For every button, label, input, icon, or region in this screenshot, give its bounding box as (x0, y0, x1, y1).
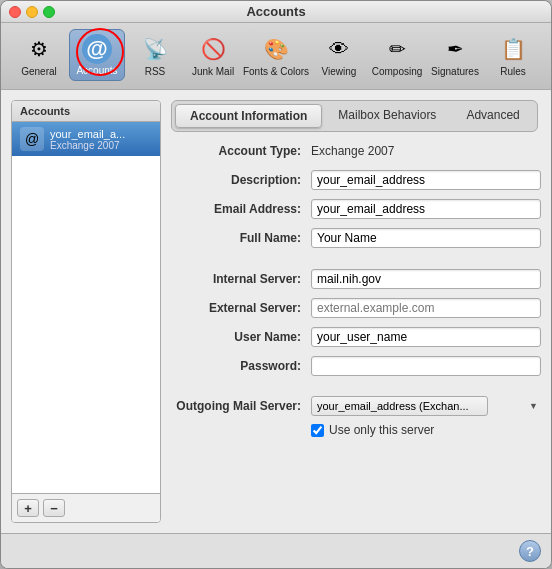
sidebar-header: Accounts (12, 101, 160, 122)
toolbar-label-composing: Composing (372, 66, 423, 77)
remove-account-button[interactable]: − (43, 499, 65, 517)
sidebar-footer: + − (12, 493, 160, 522)
form-row-external-server: External Server: (171, 297, 541, 319)
tab-bar: Account Information Mailbox Behaviors Ad… (171, 100, 538, 132)
sidebar: Accounts @ your_email_a... Exchange 2007… (11, 100, 161, 523)
input-username[interactable] (311, 327, 541, 347)
main-content: Accounts @ your_email_a... Exchange 2007… (1, 90, 551, 533)
close-button[interactable] (9, 6, 21, 18)
checkbox-row-use-only: Use only this server (311, 423, 541, 437)
signatures-icon: ✒ (439, 33, 471, 65)
label-use-only-server: Use only this server (329, 423, 434, 437)
general-icon: ⚙ (23, 33, 55, 65)
tab-advanced[interactable]: Advanced (452, 104, 533, 128)
input-external-server[interactable] (311, 298, 541, 318)
outgoing-select-wrapper: your_email_address (Exchan... ▼ (311, 396, 541, 416)
value-account-type: Exchange 2007 (311, 144, 394, 158)
form-row-fullname: Full Name: (171, 227, 541, 249)
toolbar-label-fontscolors: Fonts & Colors (243, 66, 309, 77)
form-row-internal-server: Internal Server: (171, 268, 541, 290)
select-arrow-icon: ▼ (529, 401, 538, 411)
label-external-server: External Server: (171, 301, 311, 315)
toolbar-label-rss: RSS (145, 66, 166, 77)
titlebar: Accounts (1, 1, 551, 23)
bottom-bar: ? (1, 533, 551, 568)
form-divider-2 (171, 384, 541, 396)
checkbox-use-only-server[interactable] (311, 424, 324, 437)
tab-account-information[interactable]: Account Information (175, 104, 322, 128)
maximize-button[interactable] (43, 6, 55, 18)
window-title: Accounts (246, 4, 305, 19)
toolbar-item-rules[interactable]: 📋 Rules (485, 29, 541, 81)
toolbar-label-viewing: Viewing (322, 66, 357, 77)
label-email: Email Address: (171, 202, 311, 216)
junkmail-icon: 🚫 (197, 33, 229, 65)
form-row-outgoing: Outgoing Mail Server: your_email_address… (171, 396, 541, 416)
right-panel: Account Information Mailbox Behaviors Ad… (171, 100, 541, 523)
form-row-username: User Name: (171, 326, 541, 348)
form-row-email: Email Address: (171, 198, 541, 220)
accounts-icon: @ (82, 34, 112, 64)
minimize-button[interactable] (26, 6, 38, 18)
fontscolors-icon: 🎨 (260, 33, 292, 65)
input-fullname[interactable] (311, 228, 541, 248)
sidebar-item-email: your_email_a... (50, 128, 125, 140)
rss-icon: 📡 (139, 33, 171, 65)
help-button[interactable]: ? (519, 540, 541, 562)
toolbar-label-rules: Rules (500, 66, 526, 77)
toolbar: ⚙ General @ Accounts 📡 RSS 🚫 Junk Mail 🎨… (1, 23, 551, 90)
window: Accounts ⚙ General @ Accounts 📡 RSS 🚫 Ju… (0, 0, 552, 569)
toolbar-label-signatures: Signatures (431, 66, 479, 77)
composing-icon: ✏ (381, 33, 413, 65)
toolbar-item-general[interactable]: ⚙ General (11, 29, 67, 81)
toolbar-item-rss[interactable]: 📡 RSS (127, 29, 183, 81)
viewing-icon: 👁 (323, 33, 355, 65)
label-account-type: Account Type: (171, 144, 311, 158)
toolbar-item-accounts[interactable]: @ Accounts (69, 29, 125, 81)
form-row-account-type: Account Type: Exchange 2007 (171, 140, 541, 162)
toolbar-item-viewing[interactable]: 👁 Viewing (311, 29, 367, 81)
sidebar-item-info: your_email_a... Exchange 2007 (50, 128, 125, 151)
sidebar-item-account[interactable]: @ your_email_a... Exchange 2007 (12, 122, 160, 156)
account-icon: @ (20, 127, 44, 151)
input-email[interactable] (311, 199, 541, 219)
form-divider (171, 256, 541, 268)
form-row-description: Description: (171, 169, 541, 191)
label-username: User Name: (171, 330, 311, 344)
traffic-lights (9, 6, 55, 18)
input-internal-server[interactable] (311, 269, 541, 289)
form-area: Account Type: Exchange 2007 Description:… (171, 140, 541, 523)
tab-mailbox-behaviors[interactable]: Mailbox Behaviors (324, 104, 450, 128)
label-outgoing: Outgoing Mail Server: (171, 399, 311, 413)
toolbar-item-junkmail[interactable]: 🚫 Junk Mail (185, 29, 241, 81)
form-row-password: Password: (171, 355, 541, 377)
toolbar-item-composing[interactable]: ✏ Composing (369, 29, 425, 81)
rules-icon: 📋 (497, 33, 529, 65)
toolbar-label-junkmail: Junk Mail (192, 66, 234, 77)
input-password[interactable] (311, 356, 541, 376)
add-account-button[interactable]: + (17, 499, 39, 517)
input-description[interactable] (311, 170, 541, 190)
label-password: Password: (171, 359, 311, 373)
label-fullname: Full Name: (171, 231, 311, 245)
toolbar-item-signatures[interactable]: ✒ Signatures (427, 29, 483, 81)
toolbar-item-fontscolors[interactable]: 🎨 Fonts & Colors (243, 29, 309, 81)
sidebar-list: @ your_email_a... Exchange 2007 (12, 122, 160, 493)
select-outgoing-server[interactable]: your_email_address (Exchan... (311, 396, 488, 416)
sidebar-item-type: Exchange 2007 (50, 140, 125, 151)
label-description: Description: (171, 173, 311, 187)
label-internal-server: Internal Server: (171, 272, 311, 286)
toolbar-label-general: General (21, 66, 57, 77)
